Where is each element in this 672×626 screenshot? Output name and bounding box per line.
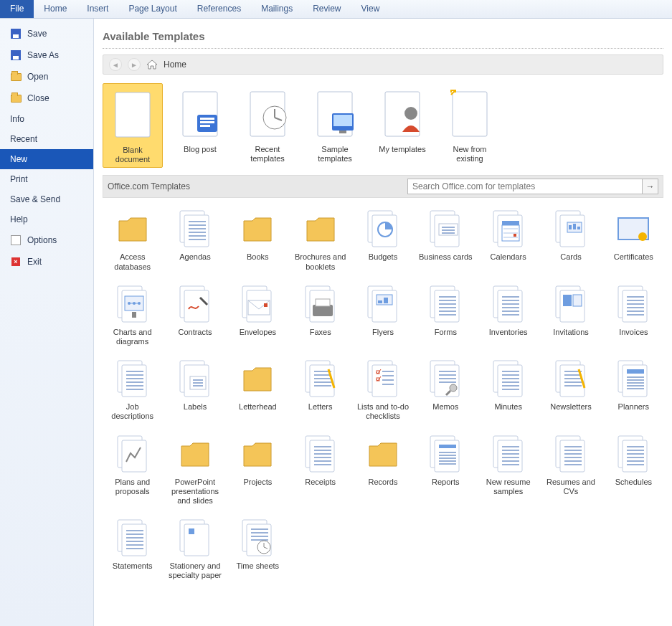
ribbon-tab-view[interactable]: View xyxy=(351,0,390,18)
category-tile-labels[interactable]: Labels xyxy=(165,355,224,424)
category-tile-inventories[interactable]: Inventories xyxy=(478,280,538,349)
category-tile-new-resume-samples[interactable]: New resume samples xyxy=(478,430,538,509)
svg-rect-152 xyxy=(564,378,582,379)
sidebar-item-new[interactable]: New xyxy=(0,149,93,169)
category-tile-powerpoint-presentations-and-slides[interactable]: PowerPoint presentations and slides xyxy=(165,430,224,509)
category-tile-lists-and-to-do-checklists[interactable]: Lists and to-do checklists xyxy=(353,355,412,424)
sidebar-item-exit[interactable]: ×Exit xyxy=(0,251,93,272)
category-tile-resumes-and-cvs[interactable]: Resumes and CVs xyxy=(541,430,600,509)
category-tile-letterhead[interactable]: Letterhead xyxy=(228,355,288,424)
svg-rect-40 xyxy=(503,237,518,238)
svg-rect-134 xyxy=(439,371,456,372)
category-tile-business-cards[interactable]: Business cards xyxy=(416,205,475,274)
sidebar-item-save-send[interactable]: Save & Send xyxy=(0,189,93,209)
category-tile-budgets[interactable]: Budgets xyxy=(353,205,412,274)
category-label: Resumes and CVs xyxy=(542,478,599,496)
template-tile-blank-document[interactable]: Blank document xyxy=(103,83,163,168)
svg-rect-151 xyxy=(564,374,582,376)
category-tile-newsletters[interactable]: Newsletters xyxy=(541,355,600,424)
sidebar-item-label: Info xyxy=(10,114,24,124)
category-tile-plans-and-proposals[interactable]: Plans and proposals xyxy=(103,430,162,509)
ribbon-tab-mailings[interactable]: Mailings xyxy=(251,0,303,18)
svg-rect-196 xyxy=(564,460,582,462)
svg-rect-146 xyxy=(502,385,519,386)
breadcrumb-home[interactable]: Home xyxy=(164,60,186,70)
sidebar-item-print[interactable]: Print xyxy=(0,169,93,189)
nav-back-button[interactable]: ◄ xyxy=(109,58,122,71)
svg-rect-215 xyxy=(184,524,209,556)
category-tile-books[interactable]: Books xyxy=(228,205,288,274)
svg-rect-163 xyxy=(627,388,644,389)
category-tile-brochures-and-booklets[interactable]: Brochures and booklets xyxy=(290,205,350,274)
category-tile-calendars[interactable]: Calendars xyxy=(478,205,538,274)
category-tile-projects[interactable]: Projects xyxy=(228,430,288,509)
category-icon xyxy=(300,283,341,325)
category-tile-invitations[interactable]: Invitations xyxy=(541,280,600,349)
ribbon-tab-file[interactable]: File xyxy=(0,0,34,18)
category-tile-cards[interactable]: Cards xyxy=(541,205,600,274)
category-tile-invoices[interactable]: Invoices xyxy=(604,280,663,349)
svg-rect-18 xyxy=(184,215,209,247)
category-tile-flyers[interactable]: Flyers xyxy=(353,280,412,349)
svg-rect-24 xyxy=(189,239,206,240)
category-tile-envelopes[interactable]: Envelopes xyxy=(228,280,288,349)
category-icon xyxy=(174,358,216,399)
category-tile-job-descriptions[interactable]: Job descriptions xyxy=(103,355,162,424)
svg-rect-181 xyxy=(439,463,456,465)
floppy-icon xyxy=(10,49,22,61)
category-tile-letters[interactable]: Letters xyxy=(290,355,350,424)
category-tile-access-databases[interactable]: Access databases xyxy=(103,205,162,274)
ribbon-tab-page-layout[interactable]: Page Layout xyxy=(118,0,186,18)
svg-rect-92 xyxy=(563,295,572,306)
category-tile-receipts[interactable]: Receipts xyxy=(290,430,350,509)
sidebar-item-save-as[interactable]: Save As xyxy=(0,44,93,66)
category-tile-planners[interactable]: Planners xyxy=(604,355,663,424)
category-tile-memos[interactable]: Memos xyxy=(416,355,475,424)
svg-rect-96 xyxy=(627,296,644,298)
svg-rect-101 xyxy=(627,314,644,316)
category-tile-reports[interactable]: Reports xyxy=(416,430,475,509)
category-tile-time-sheets[interactable]: Time sheets xyxy=(228,514,288,583)
svg-rect-78 xyxy=(439,303,456,305)
sidebar-item-help[interactable]: Help xyxy=(0,209,93,229)
category-tile-contracts[interactable]: Contracts xyxy=(165,280,224,349)
category-tile-minutes[interactable]: Minutes xyxy=(478,355,538,424)
svg-rect-26 xyxy=(372,215,397,247)
category-tile-agendas[interactable]: Agendas xyxy=(165,205,224,274)
template-tile-blog-post[interactable]: Blog post xyxy=(170,83,230,168)
category-tile-charts-and-diagrams[interactable]: Charts and diagrams xyxy=(103,280,162,349)
template-tile-my-templates[interactable]: My templates xyxy=(372,83,432,168)
sidebar-item-info[interactable]: Info xyxy=(0,109,93,129)
sidebar-item-recent[interactable]: Recent xyxy=(0,129,93,149)
category-label: Business cards xyxy=(417,252,474,271)
sidebar-item-close[interactable]: Close xyxy=(0,87,93,109)
search-input[interactable] xyxy=(407,179,643,194)
category-tile-certificates[interactable]: Certificates xyxy=(604,205,663,274)
svg-rect-107 xyxy=(126,381,143,383)
ribbon-tab-insert[interactable]: Insert xyxy=(77,0,118,18)
category-tile-records[interactable]: Records xyxy=(353,430,412,509)
ribbon-tab-references[interactable]: References xyxy=(187,0,251,18)
template-tile-recent-templates[interactable]: Recent templates xyxy=(237,83,298,168)
svg-rect-33 xyxy=(442,232,455,234)
sidebar-item-save[interactable]: Save xyxy=(0,23,93,44)
category-label: Inventories xyxy=(480,328,536,346)
category-tile-stationery-and-specialty-paper[interactable]: Stationery and specialty paper xyxy=(165,514,224,583)
svg-rect-171 xyxy=(314,457,331,458)
ribbon-tab-review[interactable]: Review xyxy=(303,0,351,18)
category-tile-forms[interactable]: Forms xyxy=(416,280,475,349)
template-tile-sample-templates[interactable]: Sample templates xyxy=(305,83,365,168)
nav-forward-button[interactable]: ► xyxy=(128,58,141,71)
search-go-button[interactable]: → xyxy=(643,179,658,194)
svg-rect-109 xyxy=(126,389,143,390)
template-tile-new-from-existing[interactable]: New from existing xyxy=(440,83,500,168)
category-tile-statements[interactable]: Statements xyxy=(103,514,162,583)
sidebar-item-open[interactable]: Open xyxy=(0,66,93,87)
sidebar-item-options[interactable]: Options xyxy=(0,229,93,251)
svg-rect-104 xyxy=(126,371,143,372)
category-tile-schedules[interactable]: Schedules xyxy=(604,430,663,509)
category-tile-faxes[interactable]: Faxes xyxy=(290,280,350,349)
ribbon-tab-home[interactable]: Home xyxy=(34,0,77,18)
svg-rect-183 xyxy=(498,440,522,472)
svg-rect-178 xyxy=(439,455,456,456)
